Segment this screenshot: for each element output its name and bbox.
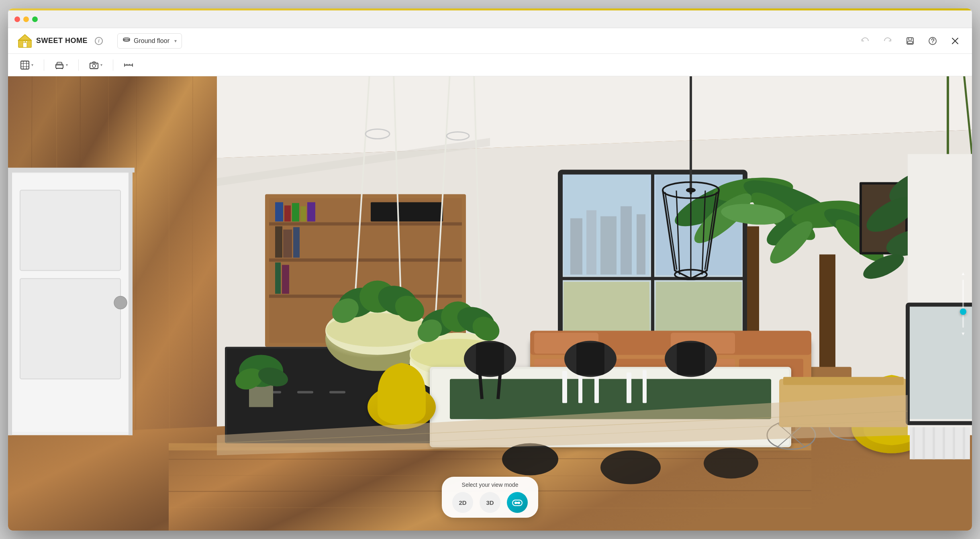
close-traffic-light[interactable] (14, 16, 20, 22)
app-window: SWEET HOME i Ground floor ▾ (8, 8, 972, 531)
svg-point-54 (114, 296, 127, 309)
svg-rect-165 (476, 343, 504, 375)
svg-rect-4 (26, 41, 27, 43)
slider-track[interactable] (962, 280, 964, 328)
svg-rect-171 (677, 343, 705, 375)
app-name-label: SWEET HOME (36, 37, 88, 45)
svg-rect-19 (90, 63, 98, 69)
svg-rect-3 (23, 41, 25, 43)
undo-button[interactable] (858, 34, 872, 48)
dimension-button[interactable] (120, 58, 137, 72)
svg-rect-120 (637, 214, 645, 275)
floor-selector-chevron: ▾ (174, 38, 177, 44)
svg-rect-162 (627, 373, 631, 403)
main-3d-view[interactable]: Select your view mode 2D 3D ▲ (8, 76, 972, 531)
svg-rect-68 (307, 202, 315, 222)
svg-rect-66 (292, 203, 299, 222)
svg-rect-73 (282, 265, 289, 294)
camera-view-button[interactable]: ▾ (85, 58, 106, 72)
svg-rect-184 (783, 377, 904, 385)
view-mode-buttons: 2D 3D (452, 492, 528, 513)
svg-rect-119 (621, 206, 632, 275)
svg-point-11 (932, 42, 933, 43)
view-mode-3d-button[interactable]: 3D (480, 492, 500, 513)
svg-point-173 (600, 451, 661, 484)
select-view-button[interactable]: ▾ (16, 58, 37, 72)
fullscreen-traffic-light[interactable] (32, 16, 38, 22)
svg-rect-117 (586, 210, 596, 275)
svg-rect-55 (8, 170, 12, 435)
svg-rect-219 (517, 502, 518, 504)
toolbar-separator-2 (78, 59, 79, 71)
home-icon (18, 34, 32, 48)
menu-actions (858, 34, 962, 48)
svg-rect-71 (293, 227, 300, 258)
svg-rect-9 (908, 41, 913, 43)
svg-point-20 (92, 64, 96, 67)
svg-rect-14 (21, 61, 29, 69)
svg-rect-67 (300, 206, 306, 222)
svg-rect-74 (371, 202, 443, 222)
svg-rect-206 (910, 427, 970, 459)
svg-point-174 (704, 448, 758, 479)
redo-button[interactable] (880, 34, 895, 48)
svg-rect-2 (23, 43, 27, 47)
close-button[interactable] (948, 34, 962, 48)
scene-svg (8, 76, 972, 531)
svg-rect-118 (600, 216, 617, 275)
view-mode-selector: Select your view mode 2D 3D (442, 477, 538, 518)
svg-rect-61 (269, 223, 462, 226)
svg-rect-160 (578, 373, 582, 403)
app-logo: SWEET HOME i (18, 34, 103, 48)
svg-rect-128 (819, 255, 835, 383)
svg-rect-15 (56, 64, 63, 68)
toolbar: ▾ ▾ ▾ (8, 54, 972, 76)
svg-rect-149 (739, 333, 803, 354)
menu-bar: SWEET HOME i Ground floor ▾ (8, 28, 972, 54)
toolbar-separator-3 (113, 59, 113, 71)
svg-rect-65 (284, 206, 291, 222)
toolbar-separator-1 (44, 59, 44, 71)
info-icon-button[interactable]: i (95, 37, 103, 45)
vertical-slider[interactable]: ▲ ▼ (961, 271, 966, 337)
svg-rect-81 (329, 391, 345, 394)
slider-thumb[interactable] (960, 308, 966, 315)
slider-up-arrow[interactable]: ▲ (961, 271, 966, 276)
svg-point-172 (502, 443, 558, 476)
svg-rect-169 (576, 343, 604, 375)
svg-rect-159 (562, 371, 567, 403)
svg-rect-57 (8, 168, 135, 173)
svg-rect-72 (275, 263, 281, 294)
svg-rect-52 (20, 190, 120, 271)
svg-rect-62 (269, 259, 462, 262)
svg-rect-116 (570, 218, 582, 275)
help-button[interactable] (925, 34, 940, 48)
svg-line-167 (498, 375, 500, 399)
title-bar (8, 10, 972, 28)
svg-rect-8 (909, 38, 912, 40)
floor-selector-label: Ground floor (134, 37, 169, 45)
floor-selector-icon (122, 36, 131, 46)
view-mode-vr-button[interactable] (507, 492, 528, 513)
minimize-traffic-light[interactable] (23, 16, 29, 22)
svg-rect-64 (275, 202, 283, 222)
svg-point-21 (96, 64, 97, 65)
svg-rect-80 (297, 391, 313, 394)
svg-rect-70 (283, 230, 292, 258)
svg-line-166 (480, 375, 482, 399)
svg-rect-69 (275, 227, 282, 258)
svg-rect-163 (643, 370, 647, 403)
floor-selector-dropdown[interactable]: Ground floor ▾ (117, 33, 182, 49)
view-mode-2d-button[interactable]: 2D (452, 492, 473, 513)
furniture-view-button[interactable]: ▾ (51, 58, 72, 72)
svg-marker-1 (18, 35, 31, 40)
slider-down-arrow[interactable]: ▼ (961, 331, 966, 337)
svg-rect-56 (129, 170, 133, 435)
save-button[interactable] (903, 34, 917, 48)
svg-rect-53 (20, 279, 120, 379)
view-mode-title: Select your view mode (462, 482, 519, 488)
traffic-lights (14, 16, 38, 22)
